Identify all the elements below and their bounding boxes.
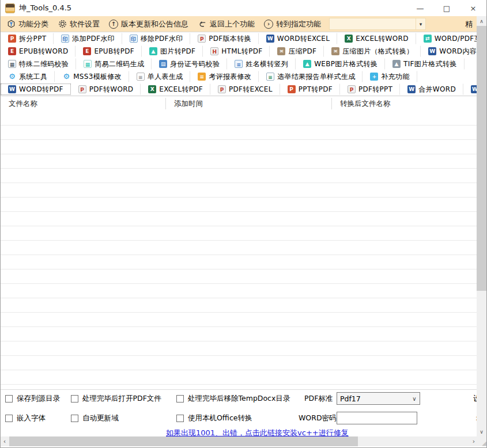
column-header-3[interactable]: 转换后文件名称: [332, 98, 478, 109]
table-header: 文件名称添加时间转换后文件名称: [1, 96, 478, 111]
tab-1-6[interactable]: XEXCEL转WORD: [337, 33, 416, 44]
tab-5-6[interactable]: PPDF转PPT: [340, 83, 400, 95]
column-header-2[interactable]: 添加时间: [166, 98, 332, 109]
excel-icon: X: [148, 85, 156, 93]
tab-5-4[interactable]: PPDF转EXCEL: [210, 83, 280, 95]
tab-label: 压缩PDF: [288, 47, 316, 56]
checkbox-row2-3[interactable]: 使用本机Office转换: [176, 412, 252, 424]
horizontal-scrollbar[interactable]: ‹ ›: [1, 436, 478, 446]
chevron-down-icon[interactable]: ▾: [416, 18, 425, 29]
resize-grip[interactable]: ◢: [477, 436, 486, 446]
table-row: [1, 111, 478, 126]
checkbox-row2-1[interactable]: 嵌入字体: [5, 412, 46, 424]
scroll-left-icon[interactable]: ‹: [1, 436, 9, 446]
toolbar: 功能分类软件设置↑版本更新和公告信息返回上个功能›转到指定功能 ▾ 精: [1, 16, 478, 32]
scroll-up-icon[interactable]: ∧: [477, 16, 486, 26]
tab-4-6[interactable]: +补充功能: [363, 71, 417, 82]
html-icon: H: [210, 47, 218, 55]
checkbox-label: 自动更新域: [82, 413, 119, 423]
tab-1-3[interactable]: 印移除PDF水印: [122, 33, 190, 44]
vertical-scrollbar[interactable]: ∧ ∨: [477, 16, 486, 436]
vertical-scroll-thumb[interactable]: [477, 26, 486, 291]
checkbox-icon[interactable]: [5, 415, 13, 422]
tab-1-4[interactable]: PPDF版本转换: [190, 33, 258, 44]
tab-row-2: EEPUB转WORDEEPUB转PDF▲图片转PDFHHTML转PDF≍压缩PD…: [1, 45, 478, 58]
tab-label: WORD转PDF: [19, 85, 63, 94]
tab-2-5[interactable]: ≍压缩PDF: [270, 45, 324, 57]
tab-2-2[interactable]: EEPUB转PDF: [75, 45, 142, 57]
tab-1-7[interactable]: ⇄WORD/PDF互转: [416, 33, 478, 44]
close-button[interactable]: ×: [460, 0, 486, 16]
tab-label: 合并WORD: [418, 85, 456, 94]
checkbox-row1-2[interactable]: 处理完毕后打开PDF文件: [71, 392, 161, 405]
tab-2-7[interactable]: WWORD内容提取: [421, 45, 478, 57]
column-header-1[interactable]: 文件名称: [1, 98, 166, 109]
toolbar-buttons: 功能分类软件设置↑版本更新和公告信息返回上个功能›转到指定功能: [2, 17, 326, 31]
window-controls: — □ ×: [407, 0, 486, 16]
pdfdoc-icon: P: [348, 85, 356, 93]
tab-label: PDF转EXCEL: [229, 85, 273, 94]
tab-label: WEBP图片格式转换: [314, 59, 377, 69]
stamp-icon: 印: [61, 35, 69, 43]
tab-5-3[interactable]: XEXCEL转PDF: [141, 83, 210, 95]
tab-2-6[interactable]: ≍压缩图片（格式转换）: [324, 45, 421, 57]
toolbar-button-label: 版本更新和公告信息: [121, 19, 188, 29]
tab-4-4[interactable]: ≡考评报表修改: [190, 71, 259, 82]
tab-5-2[interactable]: PPDF转WORD: [71, 83, 141, 95]
checkbox-icon[interactable]: [5, 395, 13, 403]
tab-5-1[interactable]: WWORD转PDF: [1, 83, 71, 95]
pdf-standard-combobox[interactable]: Pdf17 ∨: [337, 392, 420, 405]
compress-icon: ≍: [331, 47, 339, 55]
tab-3-5[interactable]: ▲WEBP图片格式转换: [296, 58, 385, 70]
horizontal-scroll-thumb[interactable]: [9, 436, 358, 446]
tab-4-3[interactable]: ≡单人表生成: [129, 71, 191, 82]
minimize-button[interactable]: —: [407, 0, 433, 16]
checkbox-icon[interactable]: [71, 415, 78, 422]
toolbar-button-3[interactable]: ↑版本更新和公告信息: [104, 17, 193, 31]
tab-2-1[interactable]: EEPUB转WORD: [1, 45, 75, 57]
tab-3-3[interactable]: ▤身份证号码校验: [152, 58, 227, 70]
tab-5-8[interactable]: W拆分WORD: [463, 83, 478, 95]
tab-2-4[interactable]: HHTML转PDF: [203, 45, 270, 57]
checkbox-icon[interactable]: [176, 395, 184, 403]
tab-1-2[interactable]: 印添加PDF水印: [54, 33, 122, 44]
checkbox-icon[interactable]: [176, 415, 184, 422]
tab-label: MSS3模板修改: [73, 72, 122, 82]
table-row: [1, 140, 478, 154]
function-search-combobox[interactable]: ▾: [329, 18, 426, 30]
tab-label: 单人表生成: [148, 72, 183, 82]
word-password-input[interactable]: [337, 412, 417, 424]
tab-5-5[interactable]: PPPT转PDF: [280, 83, 340, 95]
tab-4-2[interactable]: ⚙MSS3模板修改: [55, 71, 129, 82]
toolbar-button-5[interactable]: ›转到指定功能: [259, 17, 326, 31]
toolbar-button-4[interactable]: 返回上个功能: [193, 17, 259, 31]
plusdoc-icon: +: [370, 73, 378, 81]
checkbox-icon[interactable]: [71, 395, 78, 403]
checkbox-row1-3[interactable]: 处理完毕后移除TempDocx目录: [176, 392, 290, 405]
tab-4-1[interactable]: ⚙系统工具: [1, 71, 55, 82]
tab-1-5[interactable]: WWORD转EXCEL: [259, 33, 337, 44]
tab-4-5[interactable]: ≡选举结果报告单样式生成: [259, 71, 363, 82]
checkbox-row2-2[interactable]: 自动更新域: [71, 412, 119, 424]
tab-5-7[interactable]: W合并WORD: [400, 83, 463, 95]
update-icon: ↑: [109, 20, 118, 29]
tab-1-1[interactable]: P拆分PPT: [1, 33, 54, 44]
chevron-down-icon: ∨: [409, 396, 420, 402]
table-row: [1, 341, 478, 356]
toolbar-button-1[interactable]: 功能分类: [2, 17, 53, 31]
word-icon: W: [428, 47, 436, 55]
table-row: [1, 298, 478, 313]
teal-icon: ⇄: [424, 35, 432, 43]
tab-3-2[interactable]: ▦简易二维码生成: [76, 58, 152, 70]
tab-2-3[interactable]: ▲图片转PDF: [142, 45, 203, 57]
table-row: [1, 126, 478, 140]
tab-3-4[interactable]: ≡姓名横转竖列: [227, 58, 296, 70]
tab-3-6[interactable]: ▲TIF图片格式转换: [385, 58, 464, 70]
scroll-down-icon[interactable]: ∨: [477, 427, 486, 436]
tab-3-1[interactable]: ▦特殊二维码校验: [1, 58, 76, 70]
tab-row-4: ⚙系统工具⚙MSS3模板修改≡单人表生成≡考评报表修改≡选举结果报告单样式生成+…: [1, 70, 478, 83]
checkbox-label: 处理完毕后打开PDF文件: [82, 394, 161, 404]
checkbox-row1-1[interactable]: 保存到源目录: [5, 392, 60, 405]
maximize-button[interactable]: □: [433, 0, 460, 16]
toolbar-button-2[interactable]: 软件设置: [53, 17, 104, 31]
